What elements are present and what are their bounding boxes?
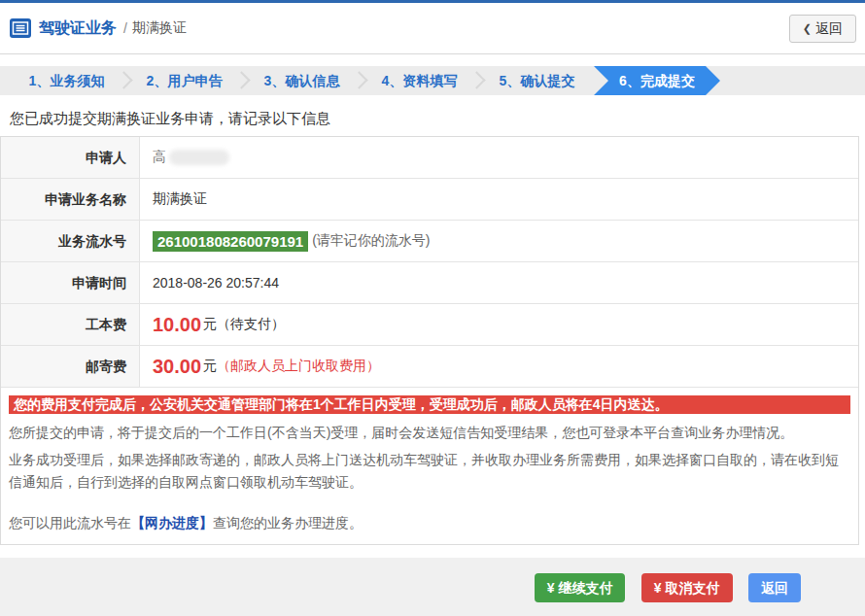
table-row-business-name: 申请业务名称 期满换证 (1, 179, 858, 221)
redacted-name-blur (169, 150, 229, 165)
step-5-confirm-submit[interactable]: 5、确认提交 (478, 66, 596, 95)
page-title: 驾驶证业务 (39, 18, 117, 39)
step-wizard: 1、业务须知 2、用户申告 3、确认信息 4、资料填写 5、确认提交 6、完成提… (0, 66, 865, 95)
progress-note-suffix: 查询您的业务办理进度。 (213, 515, 363, 530)
row-value: 高 (140, 137, 858, 178)
note-paragraph-1: 您所提交的申请，将于提交后的一个工作日(不含当天)受理，届时会发送短信告知受理结… (9, 422, 850, 444)
cancel-payment-button[interactable]: ¥ 取消支付 (641, 573, 733, 602)
fee-unit: 元 (203, 358, 217, 375)
row-label: 工本费 (1, 304, 140, 345)
action-footer: ¥ 继续支付 ¥ 取消支付 返回 (0, 558, 865, 616)
step-4-fill-data[interactable]: 4、资料填写 (361, 66, 478, 95)
payment-warning-banner: 您的费用支付完成后，公安机关交通管理部门将在1个工作日内受理，受理成功后，邮政人… (9, 395, 850, 414)
step-3-confirm-info[interactable]: 3、确认信息 (243, 66, 361, 95)
row-label: 申请时间 (1, 262, 140, 303)
progress-note-prefix: 您可以用此流水号在 (9, 515, 131, 530)
postage-fee-note: （邮政人员上门收取费用） (217, 358, 380, 375)
fee-unit: 元 (203, 316, 217, 333)
license-form-icon (10, 17, 31, 39)
step-2-user-declaration[interactable]: 2、用户申告 (125, 66, 243, 95)
row-value: 期满换证 (140, 179, 858, 220)
row-label: 业务流水号 (1, 221, 140, 261)
applicant-name: 高 (153, 149, 166, 166)
serial-number-note: (请牢记你的流水号) (312, 232, 430, 250)
table-row-production-fee: 工本费 10.00 元 （待支付） (1, 304, 858, 346)
production-fee-note: （待支付） (217, 316, 285, 333)
production-fee-amount: 10.00 (153, 314, 201, 336)
return-button[interactable]: 返回 (748, 573, 801, 602)
note-paragraph-2: 业务成功受理后，如果选择邮政寄递的，邮政人员将上门送达机动车驾驶证，并收取办理业… (9, 449, 850, 494)
table-row-postage-fee: 邮寄费 30.00 元 （邮政人员上门收取费用） (1, 346, 858, 388)
back-button-top[interactable]: ❮ 返回 (789, 15, 856, 43)
row-label: 申请人 (1, 137, 140, 178)
postage-fee-amount: 30.00 (153, 356, 201, 378)
row-value: 30.00 元 （邮政人员上门收取费用） (140, 346, 858, 387)
step-1-business-notice[interactable]: 1、业务须知 (8, 66, 125, 95)
back-button-label: 返回 (815, 20, 843, 38)
continue-payment-button[interactable]: ¥ 继续支付 (535, 573, 626, 602)
table-row-serial-number: 业务流水号 261001808260079191 (请牢记你的流水号) (1, 221, 858, 262)
notes-section: 您的费用支付完成后，公安机关交通管理部门将在1个工作日内受理，受理成功后，邮政人… (1, 388, 858, 544)
serial-number-badge: 261001808260079191 (153, 231, 308, 252)
table-row-apply-time: 申请时间 2018-08-26 20:57:44 (1, 262, 858, 304)
row-label: 邮寄费 (1, 346, 140, 387)
breadcrumb-separator: / (123, 20, 127, 36)
progress-query-note: 您可以用此流水号在【网办进度】查询您的业务办理进度。 (9, 515, 850, 532)
breadcrumb-current: 期满换证 (132, 19, 187, 37)
application-info-panel: 申请人 高 申请业务名称 期满换证 业务流水号 2610018082600791… (0, 136, 859, 545)
chevron-left-icon: ❮ (803, 22, 812, 35)
row-label: 申请业务名称 (1, 179, 140, 220)
step-6-complete-submit[interactable]: 6、完成提交 (594, 66, 720, 95)
apply-timestamp: 2018-08-26 20:57:44 (140, 262, 858, 303)
table-row-applicant: 申请人 高 (1, 137, 858, 179)
page-header: 驾驶证业务 / 期满换证 ❮ 返回 (0, 3, 865, 54)
success-message: 您已成功提交期满换证业务申请，请记录以下信息 (10, 110, 865, 128)
row-value: 10.00 元 （待支付） (140, 304, 858, 345)
row-value: 261001808260079191 (请牢记你的流水号) (140, 221, 858, 261)
online-progress-link: 【网办进度】 (131, 515, 213, 530)
